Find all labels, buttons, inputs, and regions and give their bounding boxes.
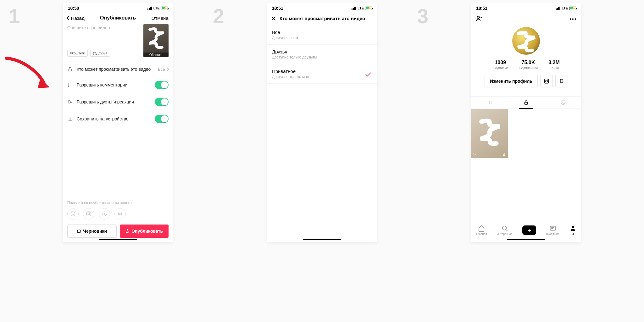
check-icon xyxy=(365,71,371,77)
option-friends[interactable]: Друзья Доступно только друзьям xyxy=(267,45,377,64)
chevron-left-icon xyxy=(67,16,71,20)
tab-private[interactable] xyxy=(508,97,545,108)
stories-icon[interactable] xyxy=(99,208,110,219)
tab-posts[interactable] xyxy=(471,97,508,108)
step-number-3: 3 xyxy=(417,6,429,26)
chevron-right-icon xyxy=(165,67,169,71)
option-private-title: Приватное xyxy=(272,69,366,74)
video-grid-item[interactable]: ▷ xyxy=(471,109,508,158)
video-cover-thumbnail[interactable]: Обложка xyxy=(143,24,169,57)
share-label: Поделиться опубликованным видео в: xyxy=(63,201,173,205)
stat-likes[interactable]: 3,2M Лайки xyxy=(548,60,560,70)
publish-button[interactable]: Опубликовать xyxy=(120,225,169,238)
vk-icon[interactable] xyxy=(114,208,126,219)
stat-following-num: 1009 xyxy=(493,60,508,65)
add-friends-button[interactable] xyxy=(475,15,482,23)
svg-rect-1 xyxy=(69,69,71,71)
save-toggle[interactable] xyxy=(155,115,169,123)
option-all-sub: Доступно всем xyxy=(272,36,372,40)
download-icon xyxy=(67,116,73,122)
drafts-button[interactable]: Черновики xyxy=(67,225,117,238)
tabbar-discover-label: Интересное xyxy=(497,232,513,236)
back-label: Назад xyxy=(71,15,85,21)
privacy-value: Все xyxy=(158,67,165,72)
avatar[interactable] xyxy=(512,27,540,55)
status-time: 18:50 xyxy=(68,6,79,11)
status-bar: 18:50 LTE ⚡ xyxy=(63,3,173,12)
scribble-overlay xyxy=(514,29,538,53)
svg-point-11 xyxy=(477,16,480,19)
svg-point-17 xyxy=(502,226,506,230)
cover-label: Обложка xyxy=(143,53,169,57)
duets-label: Разрешить дуэты и реакции xyxy=(77,99,151,104)
network-label: LTE xyxy=(358,6,364,10)
tabbar-home-label: Главная xyxy=(476,232,487,236)
tab-liked[interactable] xyxy=(545,97,581,108)
stat-followers-num: 75,0K xyxy=(519,60,538,65)
back-button[interactable]: Назад xyxy=(67,15,85,21)
stat-following[interactable]: 1009 Подписки xyxy=(493,60,508,70)
battery-icon: ⚡ xyxy=(365,7,372,10)
home-indicator xyxy=(303,239,341,240)
tabbar-inbox[interactable]: Входящие xyxy=(546,225,559,236)
stat-followers[interactable]: 75,0K Подписчики xyxy=(519,60,538,70)
tabbar-me-label: Я xyxy=(572,232,574,236)
tabbar-home[interactable]: Главная xyxy=(476,225,487,236)
option-friends-sub: Доступно только друзьям xyxy=(272,55,372,59)
signal-icon xyxy=(352,7,356,10)
status-bar: 18:51 LTE ⚡ xyxy=(267,3,377,12)
duet-icon xyxy=(67,99,73,105)
privacy-label: Кто может просматривать это видео xyxy=(77,67,154,72)
description-input[interactable]: Опишите свое видео xyxy=(67,24,140,30)
close-button[interactable] xyxy=(271,16,276,21)
hashtags-chip[interactable]: #Хэштеги xyxy=(67,50,88,57)
step-number-1: 1 xyxy=(9,6,20,26)
svg-rect-8 xyxy=(77,230,80,233)
svg-point-19 xyxy=(572,226,574,228)
cancel-button[interactable]: Отмена xyxy=(152,15,169,21)
drafts-label: Черновики xyxy=(83,229,107,234)
duets-toggle[interactable] xyxy=(155,98,169,106)
edit-profile-button[interactable]: Изменить профиль xyxy=(485,75,538,87)
page-title: Опубликовать xyxy=(100,15,136,21)
tabbar-me[interactable]: Я xyxy=(569,225,576,236)
comments-row[interactable]: Разрешить комментарии xyxy=(63,76,173,93)
more-button[interactable]: ••• xyxy=(570,16,577,22)
comments-toggle[interactable] xyxy=(155,81,169,89)
lock-icon xyxy=(502,153,506,157)
friends-chip[interactable]: @Друзья xyxy=(90,50,110,57)
instagram-icon[interactable] xyxy=(83,208,94,219)
option-all[interactable]: Все Доступно всем xyxy=(267,25,377,45)
save-row[interactable]: Сохранить на устройство xyxy=(63,110,173,127)
svg-point-5 xyxy=(88,213,90,215)
svg-rect-16 xyxy=(503,154,505,156)
phone-screen-privacy: 18:51 LTE ⚡ Кто может просматривать это … xyxy=(267,3,377,242)
whatsapp-icon[interactable] xyxy=(67,208,79,219)
lock-icon xyxy=(67,66,73,72)
home-indicator xyxy=(507,239,545,240)
home-indicator xyxy=(99,239,137,240)
annotation-arrow-1 xyxy=(3,53,57,99)
duets-row[interactable]: Разрешить дуэты и реакции xyxy=(63,93,173,110)
option-private[interactable]: Приватное Доступно только мне xyxy=(267,64,377,84)
tabbar-discover[interactable]: Интересное xyxy=(497,225,513,236)
save-label: Сохранить на устройство xyxy=(77,116,151,121)
svg-rect-15 xyxy=(525,102,528,104)
svg-point-6 xyxy=(90,212,90,213)
instagram-link-button[interactable] xyxy=(540,75,553,87)
network-label: LTE xyxy=(562,6,568,10)
status-time: 18:51 xyxy=(476,6,487,11)
privacy-row[interactable]: Кто может просматривать это видео Все xyxy=(63,62,173,76)
status-bar: 18:51 LTE ⚡ xyxy=(471,3,581,12)
tabbar-inbox-label: Входящие xyxy=(546,232,559,236)
phone-screen-profile: 18:51 LTE ⚡ ••• 1009 xyxy=(471,3,581,242)
bookmark-button[interactable] xyxy=(555,75,568,87)
comments-label: Разрешить комментарии xyxy=(77,82,151,87)
tabbar-create[interactable]: ＋ xyxy=(522,225,536,235)
comment-icon xyxy=(67,82,73,88)
scribble-overlay xyxy=(147,26,165,51)
scribble-overlay xyxy=(477,113,502,152)
play-icon: ▷ xyxy=(473,152,476,157)
svg-point-14 xyxy=(547,80,548,80)
battery-icon: ⚡ xyxy=(569,7,576,10)
